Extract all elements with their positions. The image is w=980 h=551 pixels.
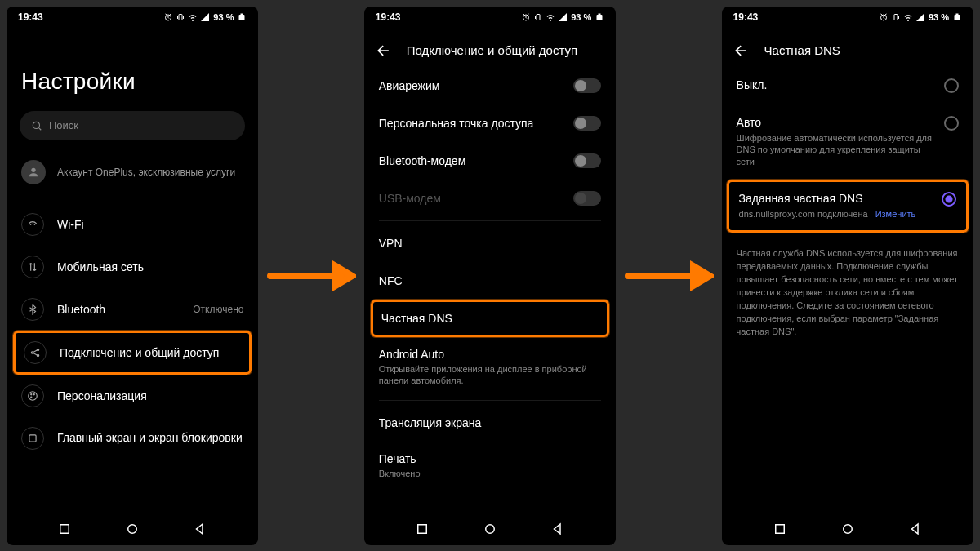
nav-home[interactable] <box>125 522 140 536</box>
row-label: Android Auto <box>379 348 601 361</box>
row-private-dns[interactable]: Частная DNS <box>371 300 609 337</box>
row-label: Печать <box>379 452 601 465</box>
status-right: 93 % <box>521 12 604 22</box>
settings-item-wifi[interactable]: Wi-Fi <box>7 203 258 246</box>
statusbar: 19:43 93 % <box>7 7 258 28</box>
svg-rect-20 <box>418 524 427 533</box>
row-hotspot[interactable]: Персональная точка доступа <box>364 104 616 142</box>
back-icon[interactable] <box>376 42 392 59</box>
row-vpn[interactable]: VPN <box>364 224 616 262</box>
dns-option-custom[interactable]: Заданная частная DNS dns.nullsproxy.com … <box>727 180 969 233</box>
header: Подключение и общий доступ <box>364 28 616 67</box>
option-title: Авто <box>737 116 934 129</box>
settings-item-personalization[interactable]: Персонализация <box>7 375 258 417</box>
settings-item-homescreen[interactable]: Главный экран и экран блокировки <box>7 417 258 460</box>
settings-label: Персонализация <box>57 389 243 402</box>
search-placeholder: Поиск <box>49 119 78 131</box>
settings-trail: Отключено <box>193 304 243 315</box>
option-title: Заданная частная DNS <box>739 192 932 205</box>
dns-option-auto[interactable]: Авто Шифрование автоматически использует… <box>722 104 973 180</box>
svg-rect-14 <box>60 524 69 533</box>
option-sub: Шифрование автоматически используется дл… <box>737 132 934 169</box>
toggle[interactable] <box>573 116 601 131</box>
separator <box>379 400 601 401</box>
phone-screen-1: 19:43 93 % Настройки Поиск Аккаунт OnePl… <box>7 7 258 545</box>
svg-point-15 <box>128 524 137 533</box>
row-android-auto[interactable]: Android Auto Открывайте приложения на ди… <box>364 337 616 398</box>
svg-point-9 <box>29 391 38 400</box>
row-label: Персональная точка доступа <box>379 117 534 130</box>
alarm-icon <box>879 12 889 22</box>
search-input[interactable]: Поиск <box>20 111 245 140</box>
svg-rect-1 <box>179 14 182 20</box>
svg-point-4 <box>33 122 39 128</box>
search-icon <box>31 120 42 131</box>
wifi-icon <box>27 219 38 230</box>
svg-point-12 <box>31 397 32 398</box>
settings-item-bluetooth[interactable]: Bluetooth Отключено <box>7 288 258 331</box>
settings-label: Мобильная сеть <box>57 260 243 273</box>
settings-label: Bluetooth <box>57 303 180 316</box>
settings-item-mobile[interactable]: Мобильная сеть <box>7 246 258 288</box>
toggle[interactable] <box>573 153 601 168</box>
account-row[interactable]: Аккаунт OnePlus, эксклюзивные услуги <box>7 152 258 198</box>
wifi-icon <box>188 12 198 22</box>
nav-back[interactable] <box>550 522 565 536</box>
row-print[interactable]: Печать Включено <box>364 442 616 490</box>
header-title: Подключение и общий доступ <box>407 43 577 57</box>
battery-text: 93 % <box>213 12 234 22</box>
palette-icon <box>27 390 38 402</box>
status-time: 19:43 <box>733 11 759 23</box>
share-icon <box>29 347 41 358</box>
nav-back[interactable] <box>193 522 207 536</box>
row-bt-modem[interactable]: Bluetooth-модем <box>364 142 616 180</box>
nav-home[interactable] <box>483 522 497 536</box>
svg-rect-18 <box>597 15 603 20</box>
svg-point-6 <box>31 351 33 353</box>
nav-home[interactable] <box>840 522 855 536</box>
battery-icon <box>237 12 247 22</box>
arrow-1 <box>258 260 363 292</box>
settings-label: Главный экран и экран блокировки <box>57 431 243 446</box>
row-nfc[interactable]: NFC <box>364 262 616 300</box>
header: Частная DNS <box>722 28 973 67</box>
divider <box>56 198 243 198</box>
svg-rect-13 <box>29 434 36 441</box>
navbar <box>7 513 258 545</box>
row-cast[interactable]: Трансляция экрана <box>364 404 616 442</box>
row-airplane[interactable]: Авиарежим <box>364 67 616 104</box>
row-label: NFC <box>379 274 403 287</box>
svg-rect-24 <box>955 15 960 20</box>
edit-link[interactable]: Изменить <box>875 209 916 219</box>
nav-recent[interactable] <box>773 522 787 536</box>
svg-point-27 <box>844 524 853 533</box>
settings-item-connection[interactable]: Подключение и общий доступ <box>13 331 252 375</box>
navbar <box>364 513 616 545</box>
status-time: 19:43 <box>18 11 43 23</box>
navbar <box>722 513 973 545</box>
nav-recent[interactable] <box>415 522 430 536</box>
alarm-icon <box>521 12 531 22</box>
row-label: USB-модем <box>379 192 441 205</box>
separator <box>379 220 601 221</box>
header-title: Частная DNS <box>764 43 840 57</box>
statusbar: 19:43 93 % <box>722 7 973 28</box>
info-text: Частная служба DNS используется для шифр… <box>722 233 973 339</box>
svg-point-11 <box>33 393 34 394</box>
radio[interactable] <box>944 78 959 93</box>
row-label: Трансляция экрана <box>379 416 482 429</box>
svg-rect-25 <box>956 13 959 15</box>
svg-rect-23 <box>894 14 898 20</box>
radio[interactable] <box>942 192 956 207</box>
svg-point-5 <box>31 167 35 171</box>
status-time: 19:43 <box>376 11 401 23</box>
svg-point-7 <box>37 349 38 350</box>
nav-back[interactable] <box>908 522 923 536</box>
radio[interactable] <box>944 116 959 131</box>
nav-recent[interactable] <box>57 522 72 536</box>
phone-screen-3: 19:43 93 % Частная DNS Выкл. Авто Шифров… <box>722 7 973 545</box>
toggle[interactable] <box>573 78 601 93</box>
back-icon[interactable] <box>733 42 750 59</box>
option-title: Выкл. <box>737 78 934 91</box>
dns-option-off[interactable]: Выкл. <box>722 67 973 104</box>
